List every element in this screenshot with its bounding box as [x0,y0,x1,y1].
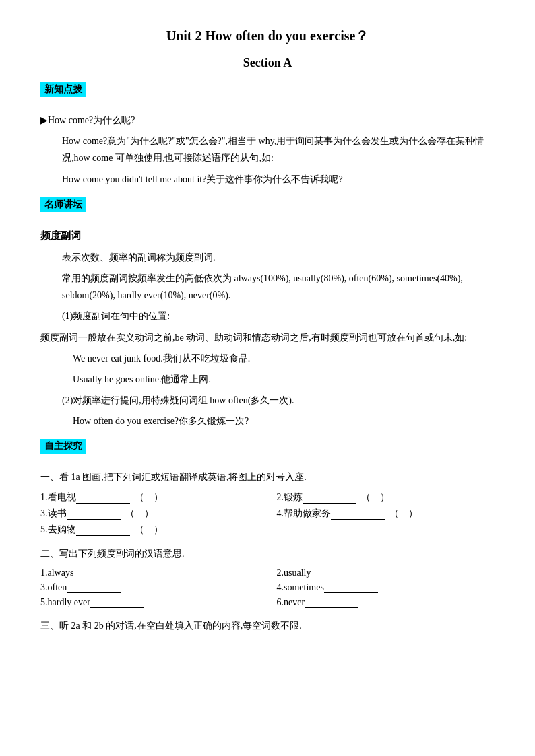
exercise2-item4-label: 4.sometimes [276,582,323,592]
exercise2-item4-fill[interactable] [324,592,378,593]
exercise2-col1: 1.always [40,568,259,578]
exercise2-section: 二、写出下列频度副词的汉语意思. 1.always 2.usually 3.of… [40,545,495,608]
exercise1-item1-fill[interactable] [76,503,130,504]
exercise1-item2-label: 2.锻炼 [276,492,303,502]
exercise1-item5-bracket: （ ） [135,524,163,536]
exercise2-item6-label: 6.never [276,597,305,607]
exercise2-col5: 5.hardly ever [40,597,259,608]
howcome-example: How come you didn't tell me about it?关于这… [62,171,495,188]
exercise1-section: 一、看 1a 图画,把下列词汇或短语翻译成英语,将图上的对号入座. 1.看电视 … [40,469,495,535]
exercise1-item5-fill[interactable] [76,535,130,536]
exercise2-item1-fill[interactable] [73,578,127,578]
exercise2-item2-fill[interactable] [311,578,365,578]
exercise2-row3: 5.hardly ever 6.never [40,597,495,608]
exercise2-row1: 1.always 2.usually [40,568,495,578]
exercise2-col2: 2.usually [276,568,495,578]
exercise2-item5-label: 5.hardly ever [40,597,90,607]
exercise2-item6-fill[interactable] [305,607,358,608]
exercise2-col4: 4.sometimes [276,582,495,593]
exercise1-row1: 1.看电视 （ ） 2.锻炼 （ ） [40,491,495,504]
exercise1-item4-label: 4.帮助做家务 [276,508,331,518]
exercise3-section: 三、听 2a 和 2b 的对话,在空白处填入正确的内容,每空词数不限. [40,617,495,634]
exercise2-col6: 6.never [276,597,495,608]
exercise1-item5-label: 5.去购物 [40,524,76,535]
tag3-block: 自主探究 [40,439,495,459]
exercise1-item1-label: 1.看电视 [40,492,76,502]
exercise2-item5-fill[interactable] [90,607,144,608]
howcome-heading: ▶How come?为什么呢? [40,112,495,129]
freq-adv-point2-title: (2)对频率进行提问,用特殊疑问词组 how often(多久一次). [62,392,495,409]
exercise1-col2: 2.锻炼 （ ） [276,491,495,504]
exercise1-col1: 1.看电视 （ ） [40,491,259,504]
howcome-explanation: How come?意为"为什么呢?"或"怎么会?",相当于 why,用于询问某事… [62,133,495,166]
freq-adv-example1: We never eat junk food.我们从不吃垃圾食品. [73,350,495,367]
exercise2-row2: 3.often 4.sometimes [40,582,495,593]
freq-adv-desc2: 常用的频度副词按频率发生的高低依次为 always(100%), usually… [62,270,495,304]
tag3-label: 自主探究 [40,439,86,454]
freq-adv-point1-desc: 频度副词一般放在实义动词之前,be 动词、助动词和情态动词之后,有时频度副词也可… [40,329,495,346]
exercise2-title: 二、写出下列频度副词的汉语意思. [40,545,495,562]
exercise1-item2-bracket: （ ） [361,491,389,504]
exercise1-item3-fill[interactable] [67,519,121,520]
freq-adv-section: 频度副词 表示次数、频率的副词称为频度副词. 常用的频度副词按频率发生的高低依次… [40,227,495,430]
freq-adv-desc1: 表示次数、频率的副词称为频度副词. [62,249,495,266]
freq-adv-example2: Usually he goes online.他通常上网. [73,371,495,388]
freq-adv-title: 频度副词 [40,227,495,245]
exercise1-item2-fill[interactable] [303,503,356,504]
exercise1-item4-bracket: （ ） [389,508,418,520]
exercise2-col3: 3.often [40,582,259,593]
exercise3-title: 三、听 2a 和 2b 的对话,在空白处填入正确的内容,每空词数不限. [40,617,495,634]
exercise1-row3: 5.去购物 （ ） [40,524,495,536]
exercise1-item3-bracket: （ ） [125,508,154,520]
exercise1-col4: 4.帮助做家务 （ ） [276,508,495,520]
exercise1-title: 一、看 1a 图画,把下列词汇或短语翻译成英语,将图上的对号入座. [40,469,495,485]
exercise2-item2-label: 2.usually [276,568,311,578]
exercise1-item4-fill[interactable] [331,519,385,520]
exercise1-item3-label: 3.读书 [40,508,67,518]
exercise1-col3: 3.读书 （ ） [40,508,259,520]
howcome-section: ▶How come?为什么呢? How come?意为"为什么呢?"或"怎么会?… [40,112,495,188]
exercise1-row2: 3.读书 （ ） 4.帮助做家务 （ ） [40,508,495,520]
tag2-label: 名师讲坛 [40,197,86,212]
section-title: Section A [40,56,495,70]
exercise2-item3-label: 3.often [40,582,67,592]
exercise2-item1-label: 1.always [40,568,73,578]
exercise1-item1-bracket: （ ） [135,491,163,504]
tag2-block: 名师讲坛 [40,197,495,217]
main-title: Unit 2 How often do you exercise？ [40,27,495,45]
tag1-block: 新知点拨 [40,82,495,102]
tag1-label: 新知点拨 [40,82,86,97]
exercise2-item3-fill[interactable] [67,592,121,593]
freq-adv-example3: How often do you exercise?你多久锻炼一次? [73,413,495,429]
freq-adv-point1-title: (1)频度副词在句中的位置: [62,308,495,324]
